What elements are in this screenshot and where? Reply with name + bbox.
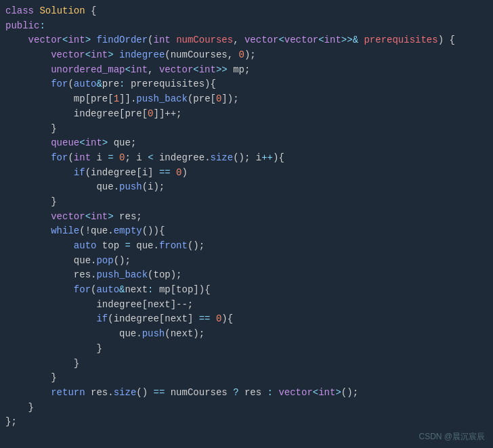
code-line: for(int i = 0; i < indegree.size(); i++)… — [5, 151, 488, 166]
code-line: if(indegree[i] == 0) — [5, 166, 488, 181]
code-line: return res.size() == numCourses ? res : … — [5, 386, 488, 401]
code-line: que.push(next); — [5, 327, 488, 342]
code-line: for(auto&next: mp[top]){ — [5, 283, 488, 298]
code-line: }; — [5, 415, 488, 430]
code-line: mp[pre[1]].push_back(pre[0]); — [5, 92, 488, 107]
code-editor: class Solution {public: vector<int> find… — [0, 0, 493, 448]
code-line: if(indegree[next] == 0){ — [5, 312, 488, 327]
code-line: que.push(i); — [5, 180, 488, 195]
code-line: auto top = que.front(); — [5, 239, 488, 254]
code-line: unordered_map<int, vector<int>> mp; — [5, 63, 488, 78]
code-line: queue<int> que; — [5, 136, 488, 151]
code-line: } — [5, 122, 488, 137]
code-line: vector<int> findOrder(int numCourses, ve… — [5, 33, 488, 48]
code-line: class Solution { — [5, 4, 488, 19]
code-line: indegree[next]--; — [5, 298, 488, 313]
code-line: while(!que.empty()){ — [5, 224, 488, 239]
code-line: indegree[pre[0]]++; — [5, 107, 488, 122]
code-line: vector<int> indegree(numCourses, 0); — [5, 48, 488, 63]
code-line: public: — [5, 19, 488, 34]
code-line: } — [5, 401, 488, 416]
code-line: que.pop(); — [5, 254, 488, 269]
watermark: CSDN @晨沉宸辰 — [419, 431, 485, 443]
code-line: } — [5, 371, 488, 386]
code-line: res.push_back(top); — [5, 268, 488, 283]
code-line: for(auto&pre: prerequisites){ — [5, 77, 488, 92]
code-line: } — [5, 195, 488, 210]
code-line: } — [5, 357, 488, 372]
code-line: } — [5, 342, 488, 357]
code-content: class Solution {public: vector<int> find… — [5, 4, 488, 430]
code-line: vector<int> res; — [5, 210, 488, 225]
